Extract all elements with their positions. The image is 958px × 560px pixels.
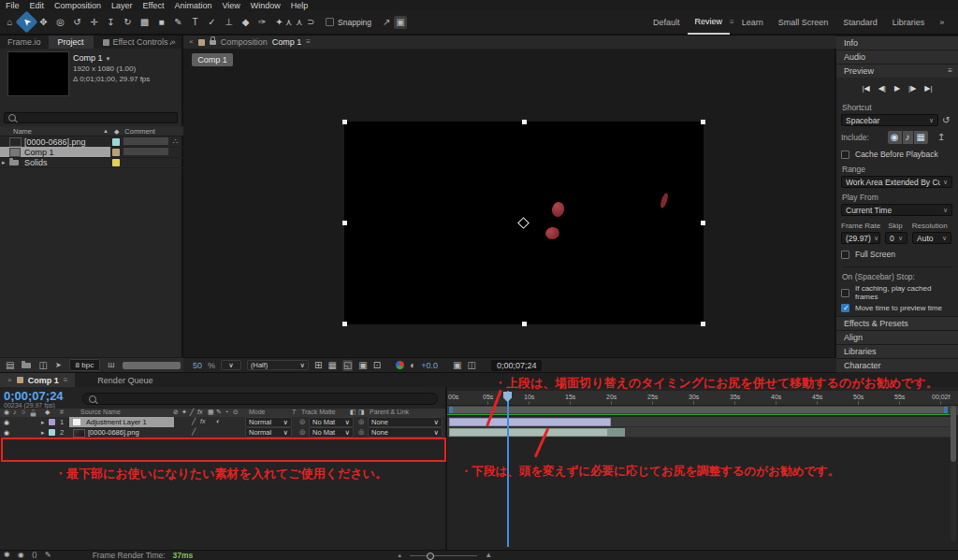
include-audio-icon[interactable]: ♪ (903, 131, 913, 144)
last-frame-button[interactable]: ▶| (924, 84, 932, 93)
panel-menu-icon[interactable]: ≡ (64, 377, 68, 384)
menu-layer[interactable]: Layer (111, 1, 133, 10)
track-matte-select[interactable]: No Mat∨ (309, 417, 354, 427)
resolution-select[interactable]: (Half)∨ (247, 360, 309, 370)
section-info[interactable]: Info (836, 36, 958, 50)
comp-mini-tab[interactable]: Comp 1 (192, 53, 233, 66)
expander-icon[interactable]: ▸ (41, 419, 45, 425)
color-depth-button[interactable]: 8 bpc (69, 359, 101, 371)
shape-tool[interactable]: ■ (153, 14, 169, 30)
adjustment-switch-icon[interactable]: ◐ (216, 418, 220, 424)
section-preview[interactable]: Preview ≡ (836, 64, 958, 78)
mask-visibility-icon[interactable]: ▦ (327, 361, 336, 370)
snapshot-icon[interactable]: ▣ (453, 361, 461, 370)
selection-handle[interactable] (701, 221, 705, 225)
interpret-footage-icon[interactable]: ▤ (6, 361, 14, 370)
region-of-interest-icon[interactable]: ◱ (342, 360, 353, 371)
menu-window[interactable]: Window (251, 1, 281, 10)
menu-edit[interactable]: Edit (30, 1, 45, 10)
viewer-timecode[interactable]: 0;00;07;24 (491, 360, 543, 371)
selection-handle[interactable] (342, 120, 347, 124)
frame-blending-icon[interactable]: ◉ (18, 552, 24, 559)
next-frame-button[interactable]: |▶ (908, 84, 916, 93)
workspace-default[interactable]: Default (646, 10, 688, 34)
render-queue-tab[interactable]: Render Queue (97, 376, 152, 385)
pen-tool[interactable]: ✎ (170, 14, 186, 30)
zoom-in-mountain-icon[interactable]: ▲ (485, 552, 492, 559)
layer-bar-2[interactable] (449, 428, 608, 437)
fx-switch-icon[interactable]: fx (200, 418, 205, 424)
frame-rate-select[interactable]: (29.97)∨ (841, 232, 880, 244)
zoom-tool[interactable]: ◎ (52, 14, 68, 30)
clone-stamp-tool[interactable]: ⊥ (221, 14, 237, 30)
share-icon[interactable]: ↥ (937, 133, 945, 142)
play-from-select[interactable]: Current Time∨ (841, 204, 952, 216)
parent-select[interactable]: None∨ (368, 417, 443, 427)
parent-pickwhip-icon[interactable]: ◎ (358, 418, 364, 424)
send-icon[interactable]: ➤ (55, 362, 62, 369)
t-column[interactable]: T (292, 409, 296, 415)
timeline-scrollbar[interactable] (951, 406, 956, 541)
cache-before-playback-checkbox[interactable] (841, 151, 849, 159)
timeline-comp-tab[interactable]: × Comp 1 ≡ (0, 373, 75, 387)
snap-options-icon[interactable]: ↗ (383, 18, 390, 27)
column-comment[interactable]: Comment (124, 127, 155, 136)
grid-options-icon[interactable]: ▣ (394, 16, 406, 29)
work-area-bar[interactable] (449, 407, 948, 413)
quality-switch-icon[interactable]: ╱ (192, 428, 196, 435)
lock-icon[interactable] (210, 40, 216, 45)
viewer-tab-label[interactable]: Composition (221, 37, 268, 47)
composition-canvas[interactable] (344, 122, 704, 324)
panel-menu-icon[interactable]: ≡ (948, 67, 952, 75)
menu-composition[interactable]: Composition (54, 1, 101, 10)
expressions-icon[interactable]: ⟨⟩ (32, 552, 37, 559)
column-name[interactable]: Name (13, 127, 32, 136)
track-matte-icon[interactable]: ◎ (299, 428, 305, 435)
section-align[interactable]: Align (836, 330, 958, 344)
selection-handle[interactable] (342, 322, 347, 326)
label-chip[interactable] (112, 149, 120, 156)
move-time-checkbox[interactable] (841, 304, 849, 312)
first-frame-button[interactable]: |◀ (862, 84, 869, 93)
selection-tool[interactable]: ➤ (15, 10, 37, 33)
new-folder-icon[interactable] (22, 363, 31, 368)
tool-option-icon-2[interactable]: ⋏ (296, 18, 302, 27)
parent-pickwhip-icon[interactable]: ◎ (358, 428, 364, 435)
panel-menu-icon[interactable]: ≡ (306, 38, 311, 46)
workspace-standard[interactable]: Standard (835, 10, 885, 34)
orbit-camera-tool[interactable]: ↺ (69, 14, 85, 30)
timeline-search-input[interactable] (82, 393, 438, 405)
menu-help[interactable]: Help (291, 1, 309, 10)
range-select[interactable]: Work Area Extended By Current...∨ (841, 176, 952, 188)
mode-select[interactable]: Normal∨ (245, 427, 292, 438)
expander-icon[interactable]: ▸ (2, 159, 6, 165)
play-button[interactable]: ▶ (894, 84, 900, 93)
sort-asc-icon[interactable]: ▲ (103, 128, 109, 134)
menu-file[interactable]: File (6, 1, 20, 10)
viewer-tab-comp-name[interactable]: Comp 1 (272, 37, 302, 47)
pixel-aspect-icon[interactable]: ⊡ (373, 361, 381, 370)
eye-icon[interactable]: ◉ (4, 419, 9, 425)
include-overlays-icon[interactable]: ▦ (914, 131, 928, 144)
full-screen-checkbox[interactable] (841, 251, 849, 259)
timeline-timecode[interactable]: 0;00;07;24 (4, 389, 64, 403)
tabs-overflow-icon[interactable]: » (171, 37, 176, 47)
parent-link-column[interactable]: Parent & Link (370, 409, 409, 415)
show-snapshot-icon[interactable]: ◫ (467, 361, 475, 370)
close-icon[interactable]: × (189, 38, 194, 46)
track-matte-select[interactable]: No Mat∨ (309, 427, 354, 438)
layer-label-chip[interactable] (49, 419, 55, 425)
workspace-small-screen[interactable]: Small Screen (771, 10, 836, 34)
chevron-down-icon[interactable]: ▼ (106, 56, 111, 62)
mode-column[interactable]: Mode (249, 409, 266, 415)
timeline-zoom-slider[interactable] (410, 555, 477, 556)
shortcut-select[interactable]: Spacebar∨ (841, 114, 938, 126)
source-name-column[interactable]: Source Name (80, 409, 121, 415)
close-icon[interactable]: × (7, 377, 12, 384)
section-character[interactable]: Character (836, 358, 958, 372)
transparency-grid-icon[interactable]: ▣ (358, 361, 367, 370)
zoom-value[interactable]: 50 (193, 361, 202, 370)
project-item-solids[interactable]: ▸ Solids (0, 157, 183, 168)
selection-handle[interactable] (522, 120, 527, 124)
workspace-libraries[interactable]: Libraries (885, 10, 933, 34)
